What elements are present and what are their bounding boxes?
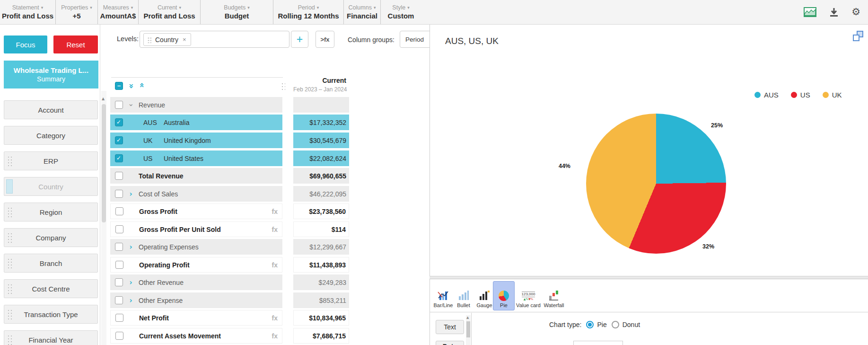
row-checkbox[interactable] <box>115 172 123 180</box>
chart-type-waterfall[interactable]: Waterfall <box>543 281 565 310</box>
drag-handle-icon[interactable] <box>7 283 13 295</box>
sidebar-item-category[interactable]: Category <box>4 126 98 145</box>
chevron-down-icon: ▾ <box>407 5 410 10</box>
chart-type-value-card[interactable]: 123,000 Value card <box>515 281 542 310</box>
radio-donut[interactable] <box>612 321 619 328</box>
chart-type-gauge[interactable]: Gauge <box>474 281 494 310</box>
table-row-gross-profit[interactable]: Gross Profit $23,738,560 <box>110 203 349 219</box>
sidebar-item-region[interactable]: Region <box>4 203 98 221</box>
menu-measures[interactable]: Measures▾ AmountA$ <box>98 0 139 24</box>
expand-all-icon[interactable]: » <box>127 84 136 88</box>
radio-donut-label[interactable]: Donut <box>623 321 640 328</box>
amount-column-header[interactable]: Current Feb 2023 – Jan 2024 <box>293 77 349 93</box>
drag-handle-icon[interactable] <box>7 232 13 244</box>
download-icon[interactable] <box>829 7 839 18</box>
row-checkbox-checked[interactable] <box>115 118 123 126</box>
row-checkbox[interactable] <box>115 225 123 233</box>
select-all-checkbox[interactable] <box>115 82 123 90</box>
row-checkbox[interactable] <box>115 314 123 322</box>
table-row-revenue[interactable]: › Revenue <box>110 97 349 113</box>
sidebar-item-financial-year[interactable]: Financial Year <box>4 330 98 345</box>
add-level-button[interactable]: + <box>291 31 308 48</box>
expand-chart-icon[interactable] <box>852 30 864 42</box>
clipped-input-box[interactable] <box>573 341 623 345</box>
scrollbar-thumb[interactable] <box>102 104 106 222</box>
table-row-cost-of-sales[interactable]: › Cost of Sales $46,222,095 <box>110 186 349 202</box>
table-row-total-revenue[interactable]: Total Revenue $69,960,655 <box>110 168 349 184</box>
radio-pie-label[interactable]: Pie <box>597 321 606 328</box>
settings-gear-icon[interactable]: ⚙ <box>851 7 860 17</box>
reset-button[interactable]: Reset <box>53 35 98 53</box>
column-group-chip-period[interactable]: Period <box>400 31 430 48</box>
drag-handle-icon[interactable] <box>7 334 13 345</box>
scroll-up-arrow-icon[interactable]: ▲ <box>102 97 105 101</box>
data-settings-button[interactable]: Data <box>436 341 464 345</box>
menu-budgets[interactable]: Budgets▾ Budget <box>201 0 273 24</box>
row-checkbox[interactable] <box>115 332 123 340</box>
row-checkbox[interactable] <box>115 101 123 109</box>
drag-handle-icon[interactable] <box>7 309 13 321</box>
row-checkbox[interactable] <box>115 261 123 269</box>
text-settings-button[interactable]: Text <box>436 320 464 334</box>
remove-level-icon[interactable]: × <box>183 36 186 43</box>
sidebar-item-company[interactable]: Company <box>4 228 98 247</box>
table-row-operating-expenses[interactable]: › Operating Expenses $12,299,667 <box>110 239 349 255</box>
table-row-gross-profit-per-unit[interactable]: Gross Profit Per Unit Sold $114 <box>110 221 349 237</box>
table-row-net-profit[interactable]: Net Profit $10,834,965 <box>110 310 349 326</box>
sidebar-item-country[interactable]: Country <box>4 177 98 196</box>
menu-columns[interactable]: Columns▾ Financial <box>344 0 381 24</box>
collapse-all-icon[interactable]: » <box>137 84 146 88</box>
selected-dataset-card[interactable]: Wholesale Trading L... Summary <box>4 61 98 88</box>
row-checkbox[interactable] <box>115 243 123 251</box>
expand-group-icon[interactable]: › <box>123 296 139 305</box>
table-row-uk[interactable]: UK United Kingdom $30,545,679 <box>110 133 349 148</box>
table-row-current-assets-movement[interactable]: Current Assets Movement $7,686,715 <box>110 328 349 344</box>
expand-group-icon[interactable]: › <box>123 190 139 198</box>
scroll-up-arrow-icon[interactable]: ▲ <box>466 316 469 319</box>
menu-properties[interactable]: Properties▾ +5 <box>56 0 98 24</box>
collapse-group-icon[interactable]: › <box>127 97 135 113</box>
area-chart-icon[interactable] <box>804 7 816 17</box>
table-row-other-revenue[interactable]: › Other Revenue $249,283 <box>110 274 349 290</box>
scrollbar-thumb[interactable] <box>466 321 470 337</box>
menu-current[interactable]: Current▾ Profit and Loss <box>139 0 201 24</box>
sidebar-item-erp[interactable]: ERP <box>4 151 98 170</box>
sidebar-item-cost-centre[interactable]: Cost Centre <box>4 279 98 298</box>
legend-item-uk[interactable]: UK <box>823 91 842 99</box>
sidebar-item-transaction-type[interactable]: Transaction Type <box>4 305 98 324</box>
menu-statement[interactable]: Statement▾ Profit and Loss <box>0 0 56 24</box>
menu-period[interactable]: Period▾ Rolling 12 Months <box>273 0 344 24</box>
radio-pie[interactable] <box>586 321 594 328</box>
drag-handle-icon[interactable] <box>147 36 151 43</box>
row-checkbox-checked[interactable] <box>115 136 123 144</box>
formula-button[interactable]: >fx <box>316 31 334 48</box>
focus-button[interactable]: Focus <box>4 35 47 53</box>
menu-style[interactable]: Style▾ Custom <box>381 0 421 24</box>
chart-type-bullet[interactable]: Bullet <box>454 281 473 310</box>
row-checkbox-checked[interactable] <box>115 154 123 162</box>
levels-container[interactable]: Country × <box>140 31 289 48</box>
level-chip-country[interactable]: Country × <box>143 33 191 46</box>
pie-chart[interactable] <box>586 114 726 254</box>
expand-group-icon[interactable]: › <box>123 243 139 251</box>
expand-group-icon[interactable]: › <box>123 278 139 287</box>
panel-splitter[interactable] <box>430 276 868 279</box>
row-checkbox[interactable] <box>115 207 123 215</box>
sidebar-item-account[interactable]: Account <box>4 100 98 119</box>
row-checkbox[interactable] <box>115 190 123 198</box>
table-row-operating-profit[interactable]: Operating Profit $11,438,893 <box>110 257 349 273</box>
table-row-aus[interactable]: AUS Australia $17,332,352 <box>110 115 349 130</box>
sidebar-item-branch[interactable]: Branch <box>4 254 98 273</box>
drag-handle-icon[interactable] <box>7 206 13 219</box>
column-drag-handle-icon[interactable] <box>281 82 285 91</box>
row-checkbox[interactable] <box>115 296 123 304</box>
drag-handle-icon[interactable] <box>7 257 13 270</box>
chart-type-barline[interactable]: Bar/Line <box>433 281 453 310</box>
drag-handle-icon[interactable] <box>7 155 13 168</box>
table-row-other-expense[interactable]: › Other Expense $853,211 <box>110 292 349 308</box>
row-checkbox[interactable] <box>115 278 123 286</box>
legend-item-us[interactable]: US <box>791 91 810 99</box>
table-row-us[interactable]: US United States $22,082,624 <box>110 150 349 166</box>
legend-item-aus[interactable]: AUS <box>754 91 779 99</box>
chart-type-pie[interactable]: Pie <box>493 281 515 310</box>
